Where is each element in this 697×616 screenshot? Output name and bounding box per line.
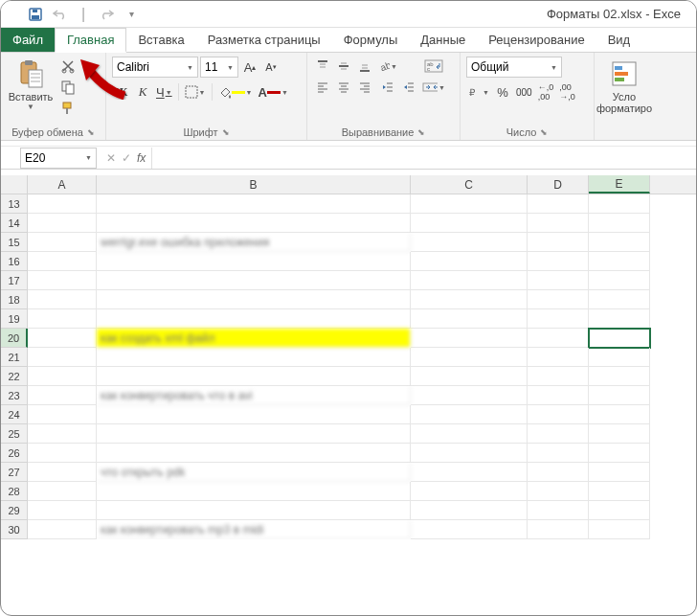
cell[interactable] (589, 271, 650, 290)
align-left-button[interactable] (313, 78, 332, 97)
font-launcher-icon[interactable]: ⬊ (222, 127, 230, 137)
decrease-indent-button[interactable] (378, 78, 397, 97)
formula-input[interactable] (152, 148, 696, 169)
cell[interactable] (528, 290, 589, 309)
align-right-button[interactable] (355, 78, 374, 97)
cell[interactable]: как конвертировать что в avi (97, 386, 411, 405)
number-launcher-icon[interactable]: ⬊ (540, 127, 548, 137)
cell[interactable] (528, 501, 589, 520)
cell[interactable] (589, 233, 650, 252)
enter-formula-icon[interactable]: ✓ (122, 151, 131, 165)
cell[interactable] (528, 367, 589, 386)
underline-button[interactable]: Ч▼ (154, 81, 174, 103)
cell[interactable] (28, 271, 97, 290)
conditional-formatting-button[interactable]: Услоформатиро (600, 57, 648, 116)
cell[interactable] (28, 444, 97, 463)
merge-button[interactable]: ▼ (422, 78, 445, 97)
cell[interactable] (28, 194, 97, 214)
align-middle-button[interactable] (334, 57, 353, 76)
cell[interactable] (28, 463, 97, 482)
cell[interactable] (411, 233, 528, 252)
cell[interactable] (411, 348, 528, 367)
row-header[interactable]: 23 (1, 386, 28, 405)
cell[interactable] (28, 214, 97, 233)
paste-dropdown-icon[interactable]: ▼ (27, 103, 34, 111)
col-header-c[interactable]: C (411, 175, 528, 194)
row-header[interactable]: 15 (1, 233, 28, 252)
tab-data[interactable]: Данные (409, 28, 477, 52)
number-format-combo[interactable]: Общий▼ (466, 57, 562, 78)
cell[interactable] (589, 424, 650, 444)
tab-formulas[interactable]: Формулы (332, 28, 410, 52)
row-header[interactable]: 19 (1, 309, 28, 329)
cell[interactable] (97, 194, 411, 214)
cell[interactable] (97, 444, 411, 463)
orientation-button[interactable]: ab▼ (378, 57, 397, 76)
save-icon[interactable] (28, 7, 43, 22)
cell[interactable] (528, 463, 589, 482)
cell[interactable] (528, 271, 589, 290)
cell[interactable] (528, 194, 589, 214)
cell[interactable] (528, 233, 589, 252)
cell[interactable] (97, 214, 411, 233)
cell[interactable] (97, 482, 411, 501)
row-header[interactable]: 22 (1, 367, 28, 386)
cell[interactable] (97, 501, 411, 520)
cell[interactable] (97, 271, 411, 290)
insert-function-button[interactable]: fx (137, 151, 146, 165)
col-header-b[interactable]: B (97, 175, 411, 194)
fill-color-button[interactable]: ▼ (216, 81, 255, 103)
format-painter-button[interactable] (58, 99, 78, 118)
cell[interactable] (528, 329, 589, 348)
paste-button[interactable]: Вставить ▼ (7, 57, 55, 113)
cell[interactable] (28, 386, 97, 405)
cell[interactable] (589, 367, 650, 386)
row-header[interactable]: 29 (1, 501, 28, 520)
cell[interactable] (411, 482, 528, 501)
row-header[interactable]: 28 (1, 482, 28, 501)
cell[interactable] (589, 214, 650, 233)
cell[interactable] (28, 329, 97, 348)
row-header[interactable]: 24 (1, 405, 28, 424)
cell[interactable] (28, 252, 97, 271)
cell[interactable] (411, 214, 528, 233)
cell[interactable] (411, 463, 528, 482)
cell[interactable] (28, 309, 97, 329)
borders-button[interactable]: ▼ (183, 81, 208, 103)
font-name-combo[interactable]: Calibri▼ (112, 57, 198, 78)
wrap-text-button[interactable]: abc (422, 57, 445, 76)
cell[interactable] (411, 405, 528, 424)
cancel-formula-icon[interactable]: ✕ (106, 151, 116, 165)
font-size-combo[interactable]: 11▼ (200, 57, 238, 78)
cell[interactable] (589, 290, 650, 309)
cell[interactable]: что открыть pdk (97, 463, 411, 482)
select-all-corner[interactable] (1, 175, 28, 194)
cell[interactable] (28, 520, 97, 539)
align-top-button[interactable] (313, 57, 332, 76)
qat-customize-icon[interactable]: ▾ (124, 7, 139, 22)
decrease-font-button[interactable]: A▾ (261, 57, 281, 78)
cell[interactable] (589, 329, 650, 348)
cell[interactable] (411, 194, 528, 214)
increase-indent-button[interactable] (399, 78, 418, 97)
percent-button[interactable]: % (493, 81, 512, 103)
cell[interactable] (97, 348, 411, 367)
cell[interactable] (411, 424, 528, 444)
tab-home[interactable]: Главная (55, 28, 126, 53)
cell[interactable]: werrtgr.exe ошибка приложения (97, 233, 411, 252)
tab-page-layout[interactable]: Разметка страницы (196, 28, 332, 52)
align-bottom-button[interactable] (355, 57, 374, 76)
cell[interactable] (589, 386, 650, 405)
name-box[interactable]: E20 ▼ (20, 148, 97, 169)
row-header[interactable]: 16 (1, 252, 28, 271)
cell[interactable] (411, 329, 528, 348)
font-color-button[interactable]: A▼ (256, 81, 289, 103)
cell[interactable] (528, 252, 589, 271)
cell[interactable] (28, 501, 97, 520)
cell[interactable] (589, 444, 650, 463)
undo-icon[interactable] (53, 7, 68, 22)
cell[interactable] (589, 309, 650, 329)
copy-button[interactable] (58, 78, 78, 97)
increase-decimal-button[interactable]: ←,0,00 (536, 81, 556, 103)
col-header-e[interactable]: E (589, 175, 650, 194)
